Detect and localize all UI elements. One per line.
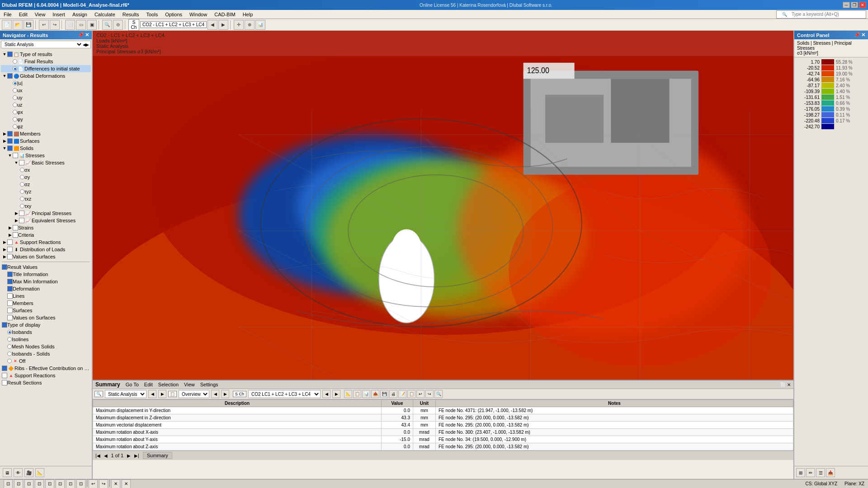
phix-radio[interactable] <box>13 110 17 114</box>
nav-sigma-x[interactable]: σx <box>1 166 91 174</box>
nav-tau-xy[interactable]: τxy <box>1 202 91 210</box>
sigmax-radio[interactable] <box>20 168 24 172</box>
summary-goto[interactable]: Go To <box>126 382 139 387</box>
sum-btn-9[interactable]: ↩ <box>416 390 425 398</box>
expand-icon[interactable]: ▼ <box>2 146 7 150</box>
menu-window[interactable]: Window <box>186 11 211 18</box>
tauxy-radio[interactable] <box>20 204 24 208</box>
nav-tool-3[interactable]: 🎥 <box>24 468 33 477</box>
menu-calculate[interactable]: Calculate <box>91 11 119 18</box>
redo-button[interactable]: ↪ <box>50 20 60 30</box>
menu-cad-bim[interactable]: CAD-BIM <box>211 11 239 18</box>
nav-result-sections[interactable]: Result Sections <box>1 379 91 386</box>
menu-assign[interactable]: Assign <box>69 11 91 18</box>
nav-tool-4[interactable]: 📐 <box>35 468 44 477</box>
nav-final-results[interactable]: 📄 Final Results <box>1 58 91 65</box>
nav-uz[interactable]: uz <box>1 101 91 108</box>
tb-rect-select[interactable]: ⬜ <box>65 20 75 30</box>
mesh-nodes-radio[interactable] <box>7 344 12 349</box>
members-rv-checkbox[interactable] <box>7 300 13 306</box>
sum-btn-1[interactable]: 📐 <box>344 390 352 398</box>
sum-btn-10[interactable]: ↪ <box>425 390 434 398</box>
status-btn-2[interactable]: ⊡ <box>14 479 23 488</box>
expand-icon[interactable]: ▶ <box>2 254 7 259</box>
status-btn-7[interactable]: ⊡ <box>66 479 75 488</box>
isobands-solids-radio[interactable] <box>7 352 12 356</box>
cp-btn-1[interactable]: ⊞ <box>796 468 805 477</box>
basic-stresses-checkbox[interactable] <box>19 160 24 165</box>
prev-combo-btn[interactable]: ◀ <box>208 20 217 30</box>
isolines-radio[interactable] <box>7 337 12 342</box>
nav-tau-yz[interactable]: τyz <box>1 188 91 195</box>
status-extra-1[interactable]: ✕ <box>111 479 120 488</box>
nav-phiy[interactable]: φy <box>1 116 91 123</box>
expand-icon[interactable]: ▶ <box>7 225 13 230</box>
sum-arrow-left[interactable]: ◀ <box>148 390 156 398</box>
isobands-radio[interactable] <box>7 330 12 334</box>
nav-strains[interactable]: ▶ Strains <box>1 224 91 231</box>
criteria-checkbox[interactable] <box>13 232 18 238</box>
expand-icon[interactable]: ▶ <box>2 247 7 252</box>
nav-isobands[interactable]: Isobands <box>1 328 91 336</box>
close-button[interactable]: ✕ <box>859 2 866 8</box>
new-button[interactable]: 📄 <box>2 20 12 30</box>
menu-help[interactable]: Help <box>239 11 257 18</box>
nav-isobands-solids[interactable]: Isobands - Solids <box>1 350 91 357</box>
summary-edit[interactable]: Edit <box>144 382 153 387</box>
cp-btn-3[interactable]: ☰ <box>816 468 825 477</box>
nav-support-reactions[interactable]: ▶ 🔺 Support Reactions <box>1 239 91 246</box>
save-button[interactable]: 💾 <box>24 20 33 30</box>
status-btn-5[interactable]: ⊡ <box>45 479 54 488</box>
nav-surfaces-rv[interactable]: Surfaces <box>1 307 91 314</box>
status-undo-btn[interactable]: ↩ <box>89 479 98 488</box>
status-redo-btn[interactable]: ↪ <box>99 479 108 488</box>
nav-maxmin-info[interactable]: Max Min Information <box>1 278 91 285</box>
maxmin-checkbox[interactable] <box>7 279 13 284</box>
nav-surfaces[interactable]: ▶ 🟦 Surfaces <box>1 137 91 145</box>
nav-deformation-rv[interactable]: Deformation <box>1 285 91 292</box>
status-btn-4[interactable]: ⊡ <box>35 479 44 488</box>
nav-equivalent-stresses[interactable]: ▶ 📈 Equivalent Stresses <box>1 217 91 224</box>
analysis-select[interactable]: Static Analysis <box>3 42 83 47</box>
expand-icon[interactable]: ▶ <box>2 240 7 244</box>
strains-checkbox[interactable] <box>13 225 18 230</box>
result-values-checkbox[interactable] <box>2 264 7 270</box>
nav-dist-loads[interactable]: ▶ ⬇ Distribution of Loads <box>1 246 91 253</box>
restore-button[interactable]: ❐ <box>851 2 858 8</box>
tb-extra-2[interactable]: ⊕ <box>245 20 255 30</box>
tb-zoom-out[interactable]: ⊖ <box>113 20 123 30</box>
nav-tool-1[interactable]: 🖥 <box>3 468 12 477</box>
status-extra-2[interactable]: ✕ <box>122 479 131 488</box>
sigmaz-radio[interactable] <box>20 182 24 187</box>
expand-icon[interactable]: ▶ <box>14 211 19 216</box>
menu-view[interactable]: View <box>31 11 49 18</box>
tb-select2[interactable]: ▣ <box>87 20 97 30</box>
nav-global-deformations[interactable]: ▼ 🔵 Global Deformations <box>1 72 91 80</box>
final-results-radio[interactable] <box>13 59 17 64</box>
lines-checkbox[interactable] <box>7 293 13 299</box>
last-page-btn[interactable]: ▶| <box>134 453 139 458</box>
expand-icon[interactable]: ▶ <box>14 218 19 223</box>
nav-isolines[interactable]: Isolines <box>1 336 91 343</box>
expand-icon[interactable]: ▶ <box>7 233 13 237</box>
status-btn-1[interactable]: ⊡ <box>4 479 13 488</box>
analysis-type-select[interactable]: Static Analysis <box>105 390 146 398</box>
sum-btn-3[interactable]: 📊 <box>362 390 370 398</box>
lc-select[interactable]: CO2 LC1 + LC2 + LC3 + LC4 <box>248 390 321 398</box>
nav-ribs[interactable]: 🔶 Ribs - Effective Contribution on Surfa… <box>1 365 91 372</box>
nav-close-icon[interactable]: ✕ <box>85 32 89 38</box>
sum-btn-2[interactable]: 📋 <box>353 390 361 398</box>
combo-select[interactable]: CO2 - LC1 + LC2 + LC3 + LC4 <box>140 21 207 28</box>
sum-view-right[interactable]: ▶ <box>221 390 229 398</box>
prev-page-btn[interactable]: ◀ <box>104 453 108 458</box>
nav-phix[interactable]: φx <box>1 108 91 116</box>
next-page-btn[interactable]: ▶ <box>127 453 131 458</box>
surfaces-checkbox[interactable] <box>7 138 13 144</box>
stresses-checkbox[interactable] <box>13 153 18 158</box>
summary-float-icon[interactable]: ⬜ <box>780 382 786 387</box>
sum-btn-4[interactable]: 📤 <box>371 390 379 398</box>
nav-off[interactable]: ✕ Off <box>1 357 91 365</box>
summary-selection[interactable]: Selection <box>158 382 179 387</box>
nav-tool-2[interactable]: 👁 <box>14 468 23 477</box>
minimize-button[interactable]: ─ <box>843 2 850 8</box>
